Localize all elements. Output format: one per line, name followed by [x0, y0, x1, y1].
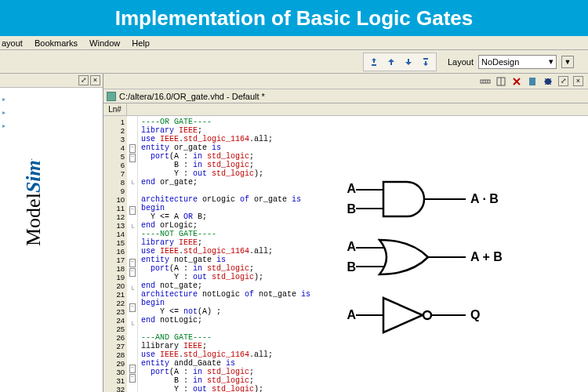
and-gate-diagram: A B A · B: [339, 176, 574, 223]
line-number-header: Ln#: [103, 103, 127, 115]
sidebar-close-icon[interactable]: ×: [90, 75, 100, 85]
bug-icon[interactable]: [543, 76, 554, 87]
layout-dropdown-button[interactable]: ▼: [561, 56, 574, 68]
editor-toolbar: ⤢ ×: [103, 74, 588, 89]
editor-max-icon[interactable]: ⤢: [558, 76, 568, 86]
not-gate-icon: [356, 292, 466, 339]
tree-item[interactable]: [2, 93, 100, 106]
not-gate-diagram: A Q: [339, 292, 574, 339]
modelsim-logo: ModelSim.: [22, 158, 45, 246]
menu-help[interactable]: Help: [132, 38, 150, 48]
page-banner: Implementation of Basic Logic Gates: [0, 0, 588, 36]
workspace: ⤢ × ModelSim. ⤢ × C:/altera/16.0/OR_gate…: [0, 74, 588, 392]
nav-up-up-icon[interactable]: [368, 56, 379, 67]
editor-tab[interactable]: C:/altera/16.0/OR_gate.vhd - Default *: [103, 89, 588, 103]
not-output: Q: [470, 308, 480, 322]
nav-up-icon[interactable]: [386, 56, 397, 67]
fold-gutter[interactable]: −−└−└−−└−└−−└−: [127, 116, 138, 392]
or-gate-diagram: A B A + B: [339, 234, 574, 281]
delete-icon[interactable]: [511, 76, 522, 87]
chevron-down-icon: ▾: [549, 56, 554, 67]
gate-diagrams: A B A · B A B A + B: [339, 176, 574, 350]
or-output: A + B: [470, 250, 503, 264]
and-in-b: B: [339, 199, 356, 220]
menubar: ayout Bookmarks Window Help: [0, 36, 588, 50]
column-icon[interactable]: [495, 76, 506, 87]
editor-header-row: Ln#: [103, 103, 588, 116]
menu-bookmarks[interactable]: Bookmarks: [34, 38, 78, 48]
layout-label: Layout: [448, 57, 474, 67]
file-icon: [107, 92, 116, 101]
nav-down-down-icon[interactable]: [420, 56, 431, 67]
or-in-b: B: [339, 257, 356, 278]
and-output: A · B: [470, 192, 499, 206]
svg-point-18: [423, 311, 431, 319]
sidebar-controls: ⤢ ×: [0, 74, 103, 88]
tree-item[interactable]: [2, 119, 100, 132]
tree-item[interactable]: [2, 106, 100, 119]
nav-down-icon[interactable]: [403, 56, 414, 67]
not-in-a: A: [339, 292, 356, 339]
toolbar: Layout NoDesign ▾ ▼: [0, 50, 588, 74]
menu-window[interactable]: Window: [89, 38, 120, 48]
svg-rect-6: [529, 78, 535, 85]
layout-select[interactable]: NoDesign ▾: [478, 55, 557, 69]
ruler-icon[interactable]: [480, 76, 491, 87]
or-gate-icon: [356, 234, 466, 281]
sidebar-tree: [0, 88, 103, 137]
bookmark-icon[interactable]: [527, 76, 538, 87]
sidebar-panel: ⤢ × ModelSim.: [0, 74, 103, 392]
or-in-a: A: [339, 237, 356, 257]
editor-close-icon[interactable]: ×: [573, 76, 583, 86]
line-gutter: 1234567891011121314151617181920212223242…: [103, 116, 127, 392]
logo-part1: Model: [22, 193, 45, 246]
banner-title: Implementation of Basic Logic Gates: [115, 6, 474, 30]
and-in-a: A: [339, 179, 356, 199]
layout-value: NoDesign: [481, 57, 519, 67]
logo-part2: Sim: [22, 160, 45, 193]
and-gate-icon: [356, 176, 466, 223]
logo-tm: .: [26, 158, 34, 160]
tab-label: C:/altera/16.0/OR_gate.vhd - Default *: [119, 92, 265, 101]
chevron-down-icon: ▼: [564, 58, 572, 66]
sidebar-pin-icon[interactable]: ⤢: [78, 75, 89, 85]
toolbar-nav-group: [363, 53, 437, 71]
menu-layout[interactable]: ayout: [2, 38, 23, 48]
